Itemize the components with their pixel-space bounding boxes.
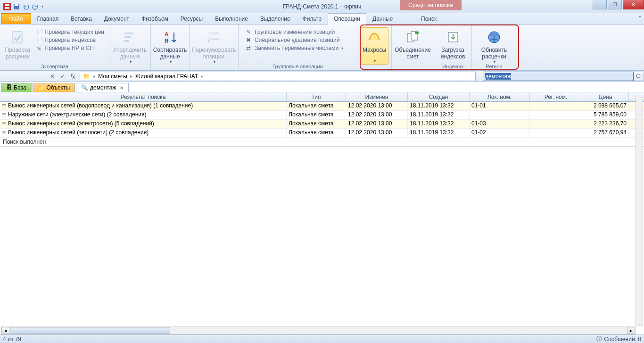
breadcrumb-item[interactable]: Жилой квартал ГРАНАТ — [132, 73, 201, 80]
group-change-positions[interactable]: ✎Групповое изменение позиций — [244, 28, 345, 36]
breadcrumb-item[interactable]: Мои сметы — [95, 73, 130, 80]
svg-rect-1 — [5, 4, 9, 6]
file-tab[interactable]: Файл — [1, 13, 31, 24]
svg-text:Я: Я — [165, 38, 169, 44]
col-price[interactable]: Цена — [582, 92, 629, 101]
group-label: Индексы — [434, 64, 471, 69]
tab-document[interactable]: Документ — [98, 13, 135, 24]
tab-selection[interactable]: Выделение — [254, 13, 297, 24]
close-tab-icon[interactable]: ✕ — [120, 85, 124, 90]
group-label: Экспертиза — [0, 64, 109, 69]
view-tab-objects[interactable]: 📁Объекты — [33, 83, 75, 92]
expand-icon[interactable]: + — [2, 104, 6, 108]
svg-text:2: 2 — [207, 37, 211, 43]
tab-resources[interactable]: Ресурсы — [174, 13, 209, 24]
col-created[interactable]: Создан — [408, 92, 470, 101]
table-row[interactable]: +Вынос инженерных сетей (электросети) (5… — [0, 120, 644, 129]
qat-dropdown-icon[interactable]: ▾ — [41, 4, 43, 8]
svg-rect-6 — [124, 33, 133, 34]
tab-main[interactable]: Главная — [31, 13, 65, 24]
titlebar: ▾ ГРАНД-Смета 2020.1 - кирпич Средства п… — [0, 0, 644, 13]
search-input[interactable] — [483, 72, 634, 81]
info-icon: ⓘ — [596, 335, 602, 343]
svg-text:А: А — [165, 31, 169, 38]
load-indexes-button[interactable]: Загрузка индексов — [437, 27, 469, 61]
scroll-right-icon[interactable]: ► — [627, 327, 635, 334]
maximize-button[interactable]: ☐ — [608, 0, 622, 9]
svg-point-21 — [636, 74, 640, 78]
order-icon — [123, 30, 138, 45]
delete-icon: ✖ — [246, 37, 253, 43]
cancel-icon[interactable]: ✕ — [47, 73, 58, 80]
col-modified[interactable]: Изменен — [346, 92, 408, 101]
redo-icon[interactable] — [31, 2, 40, 11]
merge-estimates-button[interactable]: + Объединение смет — [395, 27, 431, 61]
doc-icon: 📄 — [36, 29, 43, 35]
undo-icon[interactable] — [22, 2, 30, 11]
col-type[interactable]: Тип — [287, 92, 346, 101]
accept-icon[interactable]: ✓ — [58, 73, 68, 80]
group-label: Регион — [472, 64, 516, 69]
svg-rect-14 — [211, 38, 219, 40]
svg-rect-2 — [5, 7, 9, 9]
update-prices-button[interactable]: Обновить расценки▾ — [475, 27, 513, 65]
table-row[interactable]: +Вынос инженерных сетей (теплосети) (2 с… — [0, 129, 644, 138]
vertical-scrollbar[interactable] — [636, 95, 643, 326]
globe-icon — [487, 30, 502, 45]
app-icon[interactable] — [3, 2, 11, 11]
path-bar: ✕ ✓ fx 📁▸ Мои сметы▸ Жилой квартал ГРАНА… — [0, 71, 644, 82]
view-tab-search-result[interactable]: 🔍демонтаж✕ — [76, 83, 129, 92]
svg-line-22 — [640, 77, 641, 79]
check-icon — [10, 30, 25, 45]
macros-button[interactable]: Макросы▾ — [360, 27, 388, 65]
view-tab-base[interactable]: 🗄База — [1, 83, 32, 92]
check-indexes[interactable]: 📄Проверка индексов — [34, 36, 106, 44]
ribbon-collapse-icon[interactable]: ^ — [639, 15, 641, 20]
sort-data-button[interactable]: АЯ Сортировать данные▾ — [154, 27, 186, 65]
col-result[interactable]: Результат поиска — [0, 92, 287, 101]
order-data-button[interactable]: Упорядочить данные▾ — [112, 27, 148, 65]
check-prices-button[interactable]: Проверка расценок — [3, 27, 33, 61]
expand-icon[interactable]: + — [2, 122, 6, 126]
scroll-left-icon[interactable]: ◄ — [1, 327, 9, 334]
context-tab-search-tools: Средства поиска — [400, 0, 462, 10]
fx-icon[interactable]: fx — [68, 72, 78, 80]
ribbon-tabs: Файл Главная Вставка Документ Физобъем Р… — [0, 13, 644, 24]
replace-variables[interactable]: ⇄Заменить переменные числами▾ — [244, 44, 345, 52]
col-reg[interactable]: Рег. ном. — [530, 92, 582, 101]
tab-insert[interactable]: Вставка — [65, 13, 98, 24]
tab-execution[interactable]: Выполнение — [209, 13, 254, 24]
expand-icon[interactable]: + — [2, 131, 6, 135]
table-row[interactable]: +Вынос инженерных сетей (водопровод и ка… — [0, 102, 644, 111]
tab-data[interactable]: Данные — [366, 13, 399, 24]
renumber-button[interactable]: 12 Перенумеровать позиции▾ — [192, 27, 235, 65]
macros-icon — [367, 30, 382, 45]
special-delete-positions[interactable]: ✖Специальное удаление позиций — [244, 36, 345, 44]
load-icon — [446, 30, 461, 45]
table-row[interactable]: +Наружные сети (электрические сети) (2 с… — [0, 111, 644, 120]
search-button[interactable] — [634, 72, 644, 81]
expand-icon[interactable]: + — [2, 113, 6, 117]
minimize-button[interactable]: ─ — [593, 0, 607, 9]
scroll-thumb[interactable] — [10, 327, 170, 334]
quick-access-toolbar: ▾ — [0, 1, 46, 12]
tab-physvol[interactable]: Физобъем — [135, 13, 174, 24]
save-icon[interactable] — [12, 2, 21, 11]
col-loc[interactable]: Лок. ном. — [470, 92, 530, 101]
percent-icon: ％ — [36, 45, 43, 51]
db-icon: 🗄 — [6, 84, 12, 91]
folder-icon[interactable]: 📁 — [80, 73, 93, 80]
close-button[interactable]: ✕ — [623, 0, 644, 9]
check-nr-sp[interactable]: ％Проверка НР и СП — [34, 44, 106, 52]
tab-search[interactable]: Поиск — [415, 13, 443, 24]
tab-filter[interactable]: Фильтр — [297, 13, 328, 24]
results-grid: Результат поиска Тип Изменен Создан Лок.… — [0, 92, 644, 147]
grid-header: Результат поиска Тип Изменен Создан Лок.… — [0, 92, 644, 102]
horizontal-scrollbar[interactable]: ◄ ► — [1, 327, 636, 335]
svg-rect-5 — [13, 32, 22, 43]
check-current-prices[interactable]: 📄Проверка текущих цен — [34, 28, 106, 36]
folder-icon: 📁 — [38, 84, 45, 91]
svg-rect-8 — [124, 40, 129, 42]
tab-operations[interactable]: Операции — [328, 13, 366, 24]
renumber-icon: 12 — [206, 30, 222, 45]
